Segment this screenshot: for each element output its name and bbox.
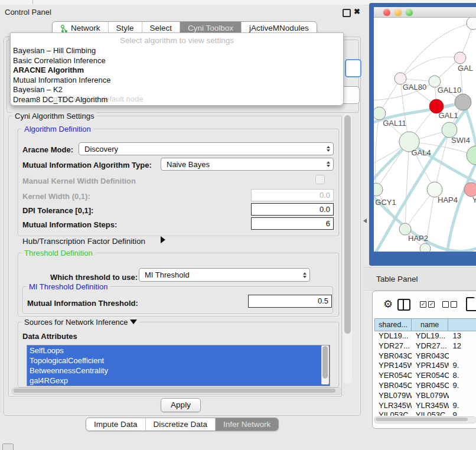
- float-window-icon[interactable]: [343, 9, 351, 17]
- data-attributes-list[interactable]: SelfLoopsTopologicalCoefficientBetweenne…: [27, 345, 330, 386]
- node-label: GAL1: [438, 111, 458, 120]
- table-cell: 13: [449, 331, 476, 341]
- network-node-gal11[interactable]: [374, 107, 386, 120]
- network-node[interactable]: [467, 146, 476, 165]
- mi-steps-field[interactable]: 6: [251, 217, 334, 230]
- node-label: GCY1: [375, 198, 396, 207]
- kernel-width-field[interactable]: 0.0: [251, 189, 334, 201]
- table-cell: YBR045C: [412, 381, 449, 391]
- table-cell: YIL053C: [374, 410, 412, 416]
- dock-grip-button[interactable]: [2, 444, 14, 450]
- dropdown-item[interactable]: Basic Correlation Inference: [12, 56, 340, 66]
- zoom-traffic-light-icon[interactable]: [406, 9, 413, 16]
- dropdown-item[interactable]: ARACNE Algorithm: [12, 66, 340, 76]
- table-cell: YBR043C: [412, 351, 449, 361]
- table-row[interactable]: YIL053CYIL053C9.: [374, 410, 476, 416]
- mi-threshold-definition-title: MI Threshold Definition: [27, 282, 110, 291]
- network-node[interactable]: [420, 243, 431, 252]
- network-node[interactable]: [467, 18, 476, 30]
- table-row[interactable]: YPR145WYPR145W9.: [374, 361, 476, 371]
- file-icon[interactable]: [466, 297, 476, 311]
- network-node-gal[interactable]: [454, 52, 466, 64]
- mouse-cursor: [363, 219, 367, 223]
- aracne-mode-select[interactable]: Discovery: [79, 142, 334, 155]
- which-threshold-label: Which threshold to use:: [50, 273, 138, 282]
- node-label: SWI4: [451, 136, 470, 145]
- mi-algorithm-type-select[interactable]: Naive Bayes: [161, 158, 334, 171]
- aracne-mode-label: Aracne Mode:: [22, 145, 73, 154]
- node-label: GAL80: [403, 83, 426, 92]
- column-header[interactable]: shared...: [375, 319, 412, 331]
- node-label: GAL: [458, 64, 473, 73]
- mi-threshold-field[interactable]: 0.5: [248, 295, 332, 308]
- network-node[interactable]: [455, 94, 471, 110]
- collapse-arrow-icon[interactable]: [130, 319, 137, 324]
- table-row[interactable]: YBR043CYBR043C: [374, 351, 476, 361]
- dropdown-item[interactable]: Bayesian – K2: [12, 85, 340, 95]
- table-row[interactable]: YBR045CYBR045C9.: [374, 381, 476, 391]
- tab-infer-network[interactable]: Infer Network: [216, 418, 278, 431]
- table-row[interactable]: YLR345WYLR345W9.: [374, 401, 476, 411]
- dpi-tolerance-label: DPI Tolerance [0,1]:: [22, 206, 93, 215]
- threshold-definition-title: Threshold Definition: [22, 249, 95, 257]
- table-cell: 9.: [449, 410, 476, 416]
- node-label: HAP2: [408, 234, 428, 243]
- table-cell: 8.: [449, 371, 476, 381]
- attribute-list-item[interactable]: BetweennessCentrality: [27, 366, 330, 376]
- apply-button[interactable]: Apply: [161, 398, 201, 412]
- table-cell: YDR27...: [374, 341, 412, 351]
- settings-horizontal-scrollbar[interactable]: [12, 387, 342, 395]
- table-cell: 9.: [449, 401, 476, 411]
- focused-combo-fragment: [345, 59, 361, 77]
- dropdown-item[interactable]: Bayesian – Hill Climbing: [12, 46, 340, 56]
- stepper-icon: [324, 159, 332, 169]
- table-cell: YER054C: [412, 371, 449, 381]
- attribute-list-item[interactable]: TopologicalCoefficient: [27, 356, 330, 366]
- dpi-tolerance-field[interactable]: 0.0: [251, 203, 334, 216]
- gear-icon[interactable]: ⚙: [383, 297, 393, 311]
- dropdown-item[interactable]: Mutual Information Inference: [12, 76, 340, 86]
- split-columns-icon[interactable]: [397, 299, 410, 311]
- table-panel-title: Table Panel: [376, 275, 418, 283]
- table-cell: YBR043C: [374, 351, 412, 361]
- minimize-traffic-light-icon[interactable]: [395, 9, 402, 16]
- manual-kernel-width-checkbox[interactable]: [315, 175, 325, 184]
- table-horizontal-scrollbar[interactable]: [374, 416, 476, 423]
- stepper-icon: [300, 269, 309, 281]
- mi-steps-label: Mutual Information Steps:: [22, 220, 117, 229]
- network-edge[interactable]: [400, 57, 460, 79]
- settings-vertical-scrollbar[interactable]: [343, 113, 352, 384]
- select-all-checkboxes-icon[interactable]: ✓✓: [420, 301, 435, 308]
- network-canvas[interactable]: GALGAL80GAL10GAL1GAL11SWI4GAL4GCY1HAP4YH…: [374, 18, 476, 252]
- column-header[interactable]: [448, 319, 476, 331]
- tab-discretize-data[interactable]: Discretize Data: [146, 418, 216, 431]
- screen: { "control_panel": { "title": "Control P…: [0, 0, 476, 450]
- hub-definition-label: Hub/Transcription Factor Definition: [22, 237, 145, 246]
- network-node-y[interactable]: [464, 182, 476, 197]
- attribute-list-item[interactable]: gal4RGexp: [27, 376, 330, 386]
- table-row[interactable]: YER054CYER054C8.: [374, 371, 476, 381]
- node-label: HAP4: [438, 195, 458, 204]
- network-node-gcy1[interactable]: [374, 183, 383, 196]
- network-edge[interactable]: [405, 142, 409, 229]
- close-icon[interactable]: ✖: [354, 7, 360, 16]
- expand-arrow-icon[interactable]: [161, 236, 165, 243]
- column-header[interactable]: name: [412, 319, 448, 331]
- table-row[interactable]: YDR27...YDR27...12: [374, 341, 476, 351]
- attribute-list-item[interactable]: SelfLoops: [27, 345, 330, 356]
- network-view-window[interactable]: GALGAL80GAL10GAL1GAL11SWI4GAL4GCY1HAP4YH…: [369, 3, 476, 266]
- tab-impute-data-label: Impute Data: [94, 418, 138, 431]
- which-threshold-select[interactable]: MI Threshold: [139, 268, 310, 282]
- network-node-hap2[interactable]: [399, 223, 411, 235]
- deselect-all-checkboxes-icon[interactable]: [442, 301, 457, 308]
- algorithm-dropdown-popup: Inference Algorithm galFiltered.sif defa…: [10, 32, 344, 106]
- tab-impute-data[interactable]: Impute Data: [86, 418, 146, 431]
- control-panel-title: Control Panel: [5, 8, 51, 17]
- node-table: shared...name YDL19...YDL19...13YDR27...…: [374, 318, 476, 331]
- table-cell: [449, 351, 476, 361]
- dropdown-item[interactable]: Dream8 DC_TDC Algorithm: [12, 95, 340, 105]
- table-row[interactable]: YBL079WYBL079W: [374, 391, 476, 401]
- attributes-scrollbar[interactable]: [321, 345, 329, 384]
- table-row[interactable]: YDL19...YDL19...13: [374, 331, 476, 341]
- close-traffic-light-icon[interactable]: [383, 9, 390, 16]
